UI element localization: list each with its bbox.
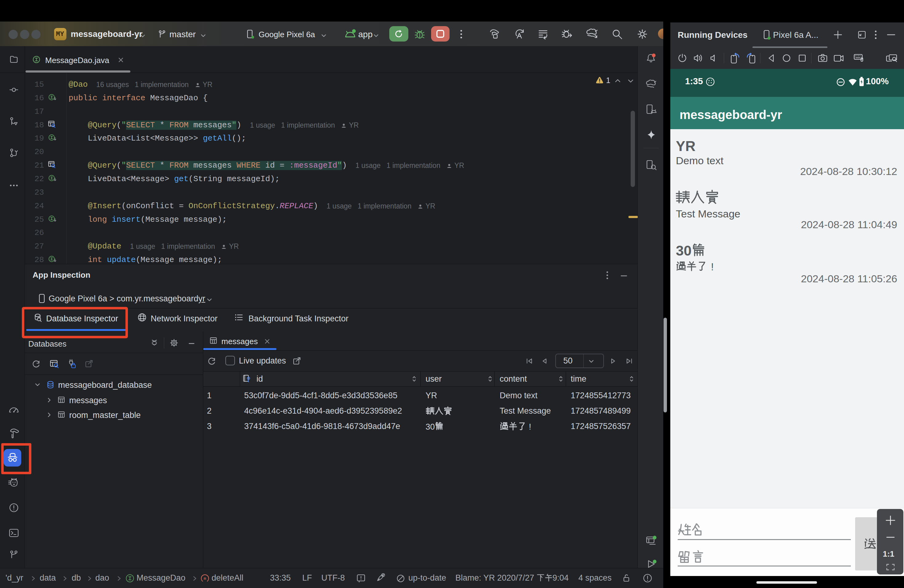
svg-text:m: m bbox=[204, 576, 206, 581]
